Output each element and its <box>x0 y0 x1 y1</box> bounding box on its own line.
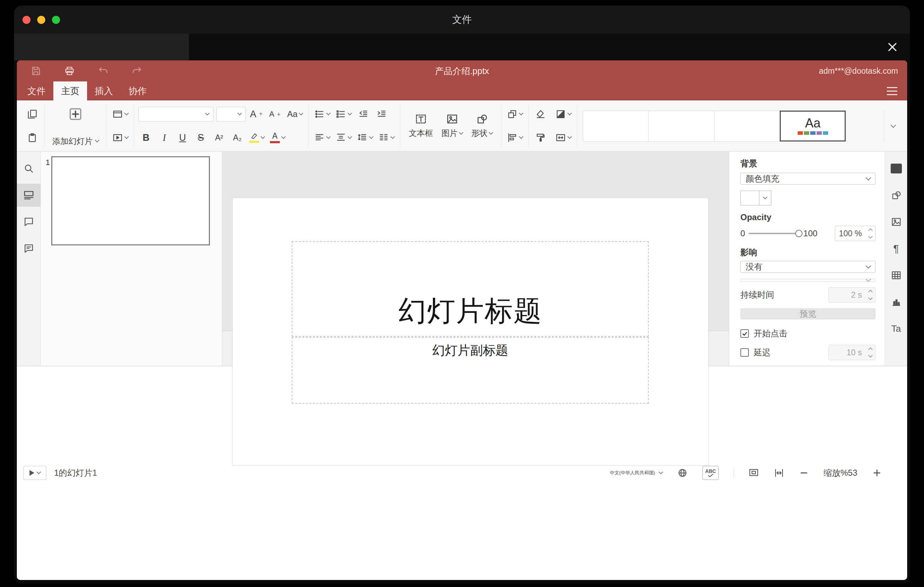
undo-button[interactable] <box>96 63 111 79</box>
subtitle-placeholder[interactable]: 幻灯片副标题 <box>292 337 649 404</box>
zoom-out-button[interactable] <box>799 468 809 478</box>
fit-to-slide-button[interactable] <box>749 468 759 478</box>
start-slideshow-status-button[interactable] <box>23 466 46 480</box>
slide[interactable]: 幻灯片标题 幻灯片副标题 <box>233 198 708 465</box>
close-window-button[interactable] <box>23 16 31 24</box>
effect-select[interactable]: 没有 <box>741 261 876 273</box>
zoom-window-button[interactable] <box>52 16 60 24</box>
background-fill-select[interactable]: 颜色填充 <box>741 173 876 185</box>
effect-type-select[interactable] <box>741 279 876 282</box>
textart-settings-tab[interactable]: Ta <box>889 321 904 336</box>
minimize-window-button[interactable] <box>37 16 45 24</box>
table-settings-tab[interactable] <box>889 267 904 283</box>
increase-font-button[interactable]: A <box>249 106 265 122</box>
spinner-up-icon[interactable] <box>868 290 873 294</box>
font-name-combo[interactable] <box>138 107 213 122</box>
add-slide-dropdown[interactable]: 添加幻灯片 <box>52 134 99 148</box>
duration-input[interactable]: 2 s <box>828 287 876 303</box>
comment-icon <box>23 216 35 228</box>
spinner-down-icon[interactable] <box>868 353 873 358</box>
spinner-down-icon[interactable] <box>868 295 873 300</box>
language-selector[interactable]: 中文(中华人民共和国) <box>610 470 662 476</box>
insert-shape-button[interactable]: 形状 <box>467 106 497 147</box>
delay-checkbox[interactable] <box>741 348 749 357</box>
opacity-slider-track[interactable] <box>749 233 801 234</box>
close-dialog-button[interactable] <box>884 39 901 56</box>
tab-home[interactable]: 主页 <box>53 81 87 101</box>
tab-file[interactable]: 文件 <box>20 81 53 101</box>
bold-button[interactable]: B <box>138 129 154 146</box>
delay-input[interactable]: 10 s <box>828 345 876 360</box>
search-button[interactable] <box>17 157 41 180</box>
save-button[interactable] <box>28 63 43 79</box>
chat-button[interactable] <box>17 237 41 260</box>
print-button[interactable] <box>62 63 77 79</box>
fit-to-width-button[interactable] <box>774 468 784 478</box>
line-spacing-button[interactable] <box>356 129 374 146</box>
copy-button[interactable] <box>25 106 40 122</box>
background-color-picker[interactable] <box>741 191 876 205</box>
decrease-font-button[interactable]: A <box>267 106 283 122</box>
theme-option-selected[interactable]: Aa <box>780 110 846 142</box>
opacity-value-input[interactable]: 100 % <box>835 226 876 241</box>
subscript-button[interactable]: A₂ <box>229 129 245 146</box>
slides-panel-button[interactable] <box>17 184 41 207</box>
copy-style-button[interactable] <box>533 129 548 146</box>
insert-textbox-button[interactable]: 文本框 <box>404 106 437 147</box>
superscript-button[interactable]: A² <box>211 129 227 146</box>
increase-indent-button[interactable] <box>374 106 389 122</box>
theme-option-3[interactable] <box>714 110 780 142</box>
columns-button[interactable] <box>377 129 396 146</box>
slide-canvas[interactable]: 幻灯片标题 幻灯片副标题 <box>222 152 729 331</box>
horizontal-align-button[interactable] <box>313 129 332 146</box>
numbered-list-button[interactable] <box>334 106 353 122</box>
slide-position-label: 1的幻灯片1 <box>54 467 97 478</box>
zoom-in-button[interactable] <box>872 468 882 478</box>
change-case-button[interactable]: Aa <box>286 106 304 122</box>
spinner-down-icon[interactable] <box>868 234 873 239</box>
add-slide-button[interactable] <box>67 104 84 125</box>
italic-button[interactable]: I <box>157 129 172 146</box>
font-size-combo[interactable] <box>216 107 246 122</box>
hamburger-icon <box>887 87 897 88</box>
theme-gallery-expand-button[interactable] <box>884 110 902 142</box>
highlight-color-button[interactable] <box>248 129 266 146</box>
chart-settings-tab[interactable] <box>889 294 904 310</box>
paste-button[interactable] <box>25 129 40 146</box>
redo-button[interactable] <box>129 63 145 79</box>
change-layout-button[interactable] <box>111 106 130 122</box>
slide-fill-button[interactable] <box>554 106 573 122</box>
align-shape-button[interactable] <box>505 129 524 146</box>
image-settings-tab[interactable] <box>889 214 904 229</box>
spellcheck-button[interactable]: ABC <box>703 466 719 480</box>
paragraph-settings-tab[interactable]: ¶ <box>889 241 904 256</box>
start-on-click-checkbox[interactable] <box>741 329 749 338</box>
spinner-up-icon[interactable] <box>868 347 873 352</box>
arrange-shape-button[interactable] <box>505 106 524 122</box>
view-settings-button[interactable] <box>887 87 897 95</box>
opacity-slider-knob[interactable] <box>795 230 802 237</box>
preview-button[interactable]: 预览 <box>741 308 876 320</box>
comments-button[interactable] <box>17 210 41 234</box>
tab-collaboration[interactable]: 协作 <box>121 81 155 101</box>
slide-settings-tab[interactable] <box>889 161 904 176</box>
theme-option-2[interactable] <box>648 110 714 142</box>
spinner-up-icon[interactable] <box>868 228 873 233</box>
theme-option-1[interactable] <box>583 110 649 142</box>
font-color-button[interactable]: A <box>269 129 287 146</box>
decrease-indent-button[interactable] <box>356 106 371 122</box>
slide-size-button[interactable] <box>554 129 573 146</box>
set-language-button[interactable] <box>677 468 688 478</box>
shape-settings-tab[interactable] <box>889 188 904 203</box>
bullet-list-button[interactable] <box>313 106 332 122</box>
clear-style-button[interactable] <box>533 106 548 122</box>
insert-image-button[interactable]: 图片 <box>437 106 467 147</box>
slide-thumbnail[interactable] <box>51 156 210 246</box>
strikeout-button[interactable]: S <box>193 129 208 146</box>
title-placeholder[interactable]: 幻灯片标题 <box>292 241 649 337</box>
vertical-align-button[interactable] <box>334 129 353 146</box>
underline-button[interactable]: U <box>175 129 190 146</box>
check-icon <box>708 473 713 477</box>
tab-insert[interactable]: 插入 <box>87 81 121 101</box>
start-slideshow-button[interactable] <box>111 129 130 146</box>
